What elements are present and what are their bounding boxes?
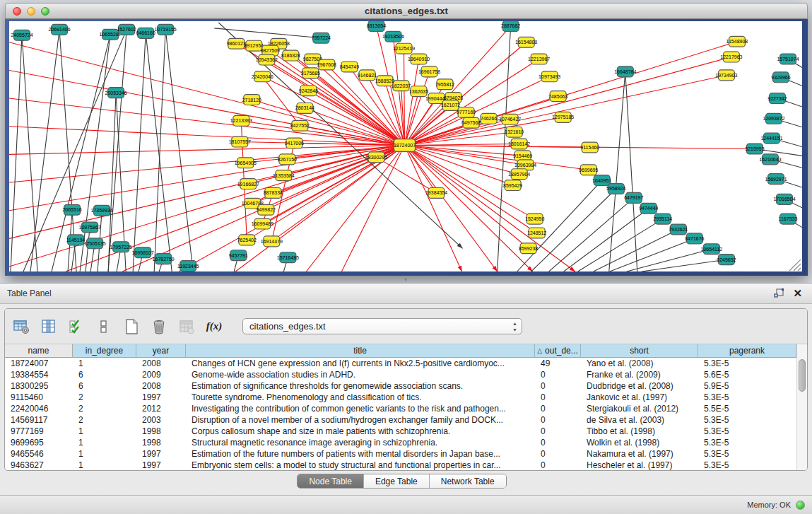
graph-node[interactable]: 9227342 bbox=[767, 93, 787, 104]
network-svg[interactable]: 1872400712125419186409101696175879558121… bbox=[9, 21, 802, 271]
table-cell[interactable]: 5.3E-5 bbox=[698, 448, 796, 460]
table-cell[interactable]: Stergiakouli et al. (2012) bbox=[581, 403, 698, 414]
table-cell[interactable]: 0 bbox=[535, 460, 581, 471]
graph-node[interactable]: 20691406 bbox=[48, 24, 70, 35]
column-header-out_de[interactable]: △out_de... bbox=[535, 344, 581, 358]
table-cell[interactable]: 1997 bbox=[136, 392, 186, 403]
table-row[interactable]: 1456911722003Disruption of a novel membe… bbox=[5, 414, 807, 426]
graph-edge[interactable] bbox=[9, 98, 404, 145]
table-cell[interactable]: 1997 bbox=[136, 448, 186, 460]
table-cell[interactable]: 0 bbox=[535, 426, 581, 437]
table-cell[interactable]: 5.6E-5 bbox=[698, 369, 796, 380]
graph-node[interactable]: 10958107 bbox=[132, 247, 154, 258]
table-cell[interactable]: 9465546 bbox=[5, 448, 73, 460]
graph-node[interactable]: 1588520 bbox=[375, 76, 394, 86]
graph-node[interactable]: 8813054 bbox=[367, 21, 386, 31]
graph-node[interactable]: 17016504 bbox=[773, 194, 795, 204]
table-cell[interactable]: 6 bbox=[73, 369, 136, 380]
graph-node[interactable]: 2065516 bbox=[62, 204, 81, 215]
graph-node[interactable]: 9474444 bbox=[639, 203, 658, 214]
graph-node[interactable]: 1145194 bbox=[66, 235, 86, 245]
table-row[interactable]: 969969511998Structural magnetic resonanc… bbox=[5, 437, 807, 448]
graph-node[interactable]: 9242848 bbox=[299, 86, 318, 96]
graph-node[interactable]: 6479197 bbox=[624, 192, 643, 203]
table-cell[interactable]: 1 bbox=[73, 460, 136, 471]
tab-edge-table[interactable]: Edge Table bbox=[364, 474, 430, 488]
table-cell[interactable]: 2003 bbox=[136, 414, 186, 426]
table-cell[interactable]: 22420046 bbox=[5, 403, 73, 414]
graph-node[interactable]: 10973493 bbox=[539, 71, 560, 82]
table-settings-icon[interactable] bbox=[12, 317, 30, 336]
graph-edge[interactable] bbox=[404, 132, 514, 146]
graph-edge[interactable] bbox=[312, 59, 404, 146]
graph-edge[interactable] bbox=[564, 209, 649, 271]
close-window-button[interactable] bbox=[13, 7, 21, 16]
new-document-icon[interactable] bbox=[122, 317, 141, 336]
graph-node[interactable]: 7932621 bbox=[669, 224, 688, 235]
rows-icon[interactable] bbox=[95, 317, 113, 336]
graph-node[interactable]: 19384554 bbox=[425, 188, 447, 199]
table-cell[interactable]: 1 bbox=[73, 426, 136, 437]
table-row[interactable]: 1938455462009Genome-wide association stu… bbox=[5, 369, 807, 380]
network-canvas[interactable]: 1872400712125419186409101696175879558121… bbox=[9, 21, 802, 271]
column-header-short[interactable]: short bbox=[581, 344, 698, 358]
graph-node[interactable]: 16782759 bbox=[153, 254, 175, 264]
table-row[interactable]: 1872400712008Changes of HCN gene express… bbox=[5, 358, 807, 369]
table-cell[interactable]: Estimation of the future numbers of pati… bbox=[186, 448, 535, 460]
graph-edge[interactable] bbox=[252, 100, 404, 145]
table-cell[interactable]: 1 bbox=[73, 437, 136, 448]
table-cell[interactable]: Yano et al. (2008) bbox=[581, 358, 698, 369]
graph-node[interactable]: 2887682 bbox=[501, 21, 520, 31]
graph-node[interactable]: 12505135 bbox=[84, 238, 106, 249]
graph-node[interactable]: 2935114 bbox=[653, 214, 672, 224]
graph-edge[interactable] bbox=[146, 33, 172, 271]
table-cell[interactable]: 9777169 bbox=[5, 426, 73, 437]
graph-edge[interactable] bbox=[609, 71, 625, 271]
graph-node[interactable]: 8427552 bbox=[290, 120, 310, 131]
graph-edge[interactable] bbox=[498, 26, 511, 271]
graph-edge[interactable] bbox=[9, 127, 404, 146]
graph-node[interactable]: 9329966 bbox=[771, 72, 790, 83]
table-cell[interactable]: Structural magnetic resonance image aver… bbox=[186, 437, 535, 448]
panel-splitter-handle[interactable]: ▾ bbox=[401, 277, 411, 282]
graph-node[interactable]: 11923445 bbox=[177, 261, 199, 271]
graph-node[interactable]: 7625402 bbox=[237, 235, 257, 245]
function-builder-icon[interactable]: f(x) bbox=[205, 317, 223, 336]
table-cell[interactable]: 1 bbox=[73, 358, 136, 369]
graph-node[interactable]: 22420046 bbox=[252, 71, 273, 82]
table-scrollbar-thumb[interactable] bbox=[799, 359, 806, 392]
graph-node[interactable]: 9457791 bbox=[229, 250, 248, 261]
table-cell[interactable]: Disruption of a novel member of a sodium… bbox=[186, 414, 535, 426]
graph-node[interactable]: 9699695 bbox=[579, 165, 598, 175]
memory-status-indicator[interactable] bbox=[796, 501, 805, 510]
graph-edge[interactable] bbox=[9, 70, 404, 145]
graph-node[interactable]: 12093872 bbox=[763, 113, 784, 124]
table-row[interactable]: 911546021997Tourette syndrome. Phenomeno… bbox=[5, 392, 807, 403]
table-cell[interactable]: Hescheler et al. (1997) bbox=[581, 460, 698, 471]
table-cell[interactable]: 0 bbox=[535, 403, 581, 414]
table-cell[interactable]: 5.3E-5 bbox=[698, 460, 796, 471]
column-header-name[interactable]: name bbox=[5, 344, 73, 358]
graph-node[interactable]: 1362635 bbox=[409, 86, 428, 97]
graph-node[interactable]: 8471676 bbox=[685, 233, 704, 244]
graph-node[interactable]: 16099489 bbox=[252, 218, 273, 229]
graph-node[interactable]: 10746427 bbox=[499, 114, 521, 124]
graph-edge[interactable] bbox=[30, 30, 59, 271]
table-cell[interactable]: 2 bbox=[73, 392, 136, 403]
graph-node[interactable]: 12125419 bbox=[393, 43, 415, 54]
table-cell[interactable]: 6 bbox=[73, 380, 136, 392]
table-cell[interactable]: 1998 bbox=[136, 426, 186, 437]
graph-node[interactable]: 19734903 bbox=[715, 70, 737, 81]
graph-edge[interactable] bbox=[86, 228, 90, 271]
graph-node[interactable]: 2718120 bbox=[242, 95, 261, 105]
graph-node[interactable]: 16648784 bbox=[614, 66, 636, 77]
table-cell[interactable]: 14569117 bbox=[5, 414, 73, 426]
table-cell[interactable]: 5.3E-5 bbox=[698, 392, 796, 403]
table-cell[interactable]: Franke et al. (2009) bbox=[581, 369, 698, 380]
graph-edge[interactable] bbox=[625, 71, 637, 271]
table-cell[interactable]: 5.9E-5 bbox=[698, 380, 796, 392]
graph-node[interactable]: 1621072 bbox=[441, 100, 460, 111]
table-row[interactable]: 1830029562008Estimation of significance … bbox=[5, 380, 807, 392]
table-cell[interactable]: 0 bbox=[535, 448, 581, 460]
resize-grip-icon[interactable] bbox=[789, 259, 801, 271]
